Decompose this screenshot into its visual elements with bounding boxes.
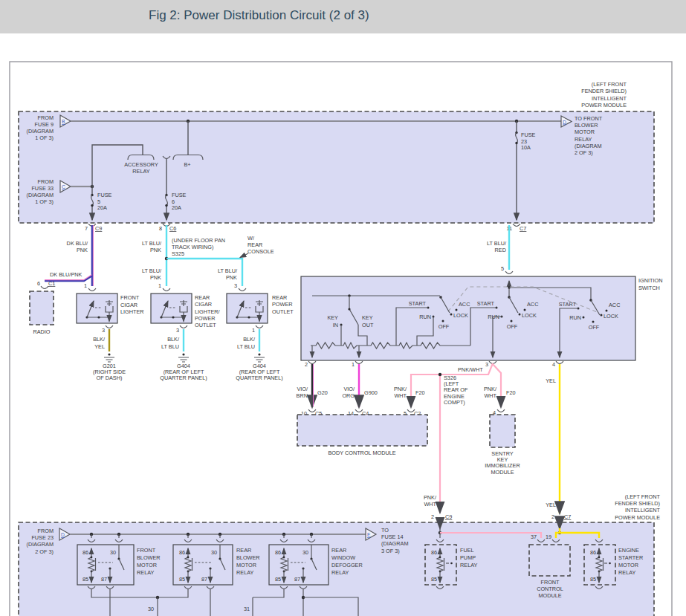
esr-pin-85: 85 [590,576,596,583]
ipm-pin-2b: 2 [551,513,554,520]
circuit-31-label: 31 [244,606,250,612]
conn-c6: C6 [169,225,176,232]
pnk-wht-label-bcm: PNK/WHT [394,386,407,399]
rbr-pin-87: 87 [201,576,207,583]
rbr-pin-85: 85 [179,576,185,583]
conn-c1: C1 [48,280,55,287]
bcm-label: BODY CONTROL MODULE [328,450,395,456]
fcm-label: FRONTCONTROLMODULE [537,579,563,599]
sw1-run: RUN [419,314,431,320]
ipm-pin-2a: 2 [431,513,434,520]
sw2-acc: ACC [527,301,538,308]
rear-cigar-lighter-box [151,294,192,323]
page: Fig 2: Power Distribution Circuit (2 of … [0,0,686,616]
ignition-pin-2: 2 [305,361,308,368]
conn-c7: C7 [520,225,526,232]
f20-label-1: F20 [415,389,425,396]
fbr-pin-86: 86 [82,549,88,556]
pin-8: 8 [159,225,162,232]
bplus-label: B+ [184,161,190,168]
g20-label: G20 [317,389,328,396]
pnk-wht-label-sentry: PNK/WHT [484,386,497,399]
rbr-pin-30: 30 [211,549,217,556]
rwd-pin-86: 86 [275,549,281,556]
triangle-b-letter: B [62,119,65,124]
triangle-c-letter: C [62,184,65,189]
sw3-run: RUN [569,314,581,321]
rear-outlet-pin-1: 1 [252,327,255,334]
fbr-pin-87: 87 [101,576,107,583]
sw3-off: OFF [589,324,600,331]
rear-cigar-pin-3: 3 [176,327,179,334]
ignition-switch-label: IGNITIONSWITCH [638,277,662,291]
g900-label: G900 [364,389,378,396]
fpr-pin-85: 85 [431,576,437,583]
sw3-lock: LOCK [604,313,618,320]
dk-blu-pnk-label-h: DK BLU/PNK [50,271,82,278]
splice-s326 [439,373,441,376]
sw2-lock: LOCK [522,312,537,319]
front-control-module-box [529,545,570,576]
front-cigar-pin-1: 1 [84,282,87,289]
front-cigar-pin-3: 3 [102,327,105,334]
radio-box [30,291,54,325]
rwd-pin-30: 30 [302,549,308,556]
f20-label-2: F20 [506,389,516,396]
sw1-off: OFF [439,323,450,330]
rear-cigar-pin-1: 1 [158,282,161,289]
triangle-d2-letter: D [61,532,65,537]
fcm-pin-19: 19 [546,534,551,540]
ignition-pin-5: 5 [501,265,504,272]
ignition-pin-3: 3 [485,361,488,368]
yel-label-1: YEL [546,377,556,384]
wiring-diagram: (LEFT FRONTFENDER SHIELD)INTELLIGENTPOWE… [0,0,686,616]
esr-pin-86: 86 [590,549,596,556]
sw1-start: START [409,300,427,307]
rwd-pin-87: 87 [294,576,300,583]
vio-org-label: VIO/ORG [342,386,355,399]
pnk-wht-label-h: PNK/WHT [458,366,483,373]
fpr-pin-86: 86 [431,549,437,556]
ignition-switch-box [301,276,635,360]
rbr-pin-86: 86 [179,549,185,556]
sw1-lock: LOCK [453,312,468,319]
triangle-e-letter: E [367,532,371,537]
circuit-30-label: 30 [148,606,154,612]
conn-c9-b: C9 [445,513,452,520]
sw1-acc: ACC [459,301,470,308]
key-out-label: KEYOUT [362,314,374,328]
fbr-pin-85: 85 [82,576,88,583]
pin-6: 6 [37,280,40,287]
fcm-pin-37: 37 [531,534,537,540]
radio-label: RADIO [33,328,50,335]
sw3-start: START [559,301,577,308]
fbr-pin-30: 30 [110,549,116,556]
body-control-module-box [297,415,427,446]
conn-c9: C9 [95,225,102,232]
rear-power-outlet-box [227,294,268,323]
sw2-off: OFF [507,323,518,330]
ignition-pin-1: 1 [352,361,355,368]
blk-yel-label: BLK/YEL [93,336,106,350]
sw2-start: START [477,300,495,307]
sw3-acc: ACC [609,302,620,308]
sentry-key-module-box [490,415,515,447]
triangle-d-letter: D [563,120,566,125]
rear-outlet-pin-3: 3 [234,282,237,289]
front-cigar-lighter-box [77,294,117,323]
conn-c7-b: C7 [564,513,571,520]
ignition-pin-4: 4 [552,361,555,368]
vio-brn-label: VIO/BRN [297,386,308,399]
pnk-wht-label-drop: PNK/WHT [424,494,437,508]
pin-7: 7 [85,225,88,232]
rwd-pin-85: 85 [275,576,281,583]
yel-label-2: YEL [546,502,556,508]
